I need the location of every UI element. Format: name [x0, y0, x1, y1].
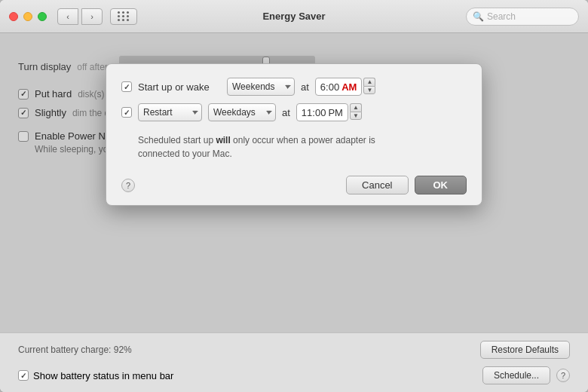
traffic-lights: [9, 12, 47, 21]
schedule-row-1: Start up or wake Weekends Every Day Week…: [121, 78, 467, 96]
show-battery-row: Show battery status in menu bar Schedule…: [18, 366, 570, 384]
help-icon[interactable]: ?: [556, 369, 570, 382]
startup-time-down[interactable]: ▼: [363, 86, 375, 94]
schedule-button[interactable]: Schedule...: [482, 366, 550, 384]
startup-time-box[interactable]: 6:00 AM: [315, 78, 363, 96]
startup-time-group: 6:00 AM ▲ ▼: [315, 78, 376, 96]
show-battery-left: Show battery status in menu bar: [18, 370, 173, 381]
restart-day-select-wrap: Weekdays Every Day Weekends Monday Tuesd…: [208, 103, 276, 121]
restart-ampm: PM: [328, 107, 343, 118]
forward-icon: ›: [90, 12, 93, 21]
bottom-bar: Current battery charge: 92% Restore Defa…: [0, 332, 588, 392]
nav-buttons: ‹ ›: [57, 8, 103, 25]
restart-at-label: at: [282, 107, 290, 118]
restart-checkbox[interactable]: [121, 107, 132, 118]
schedule-row-2: Restart Sleep Shut Down Wake ▼ Weekdays …: [121, 103, 467, 121]
forward-button[interactable]: ›: [81, 8, 103, 25]
close-button[interactable]: [9, 12, 18, 21]
restart-time-up[interactable]: ▲: [350, 103, 362, 112]
modal-footer: ? Cancel OK: [121, 170, 467, 194]
restart-time-group: 11:00 PM ▲ ▼: [296, 103, 362, 121]
restart-day-select[interactable]: Weekdays Every Day Weekends Monday Tuesd…: [208, 103, 276, 121]
apps-grid-icon: [118, 11, 130, 21]
back-button[interactable]: ‹: [57, 8, 78, 25]
startup-day-select[interactable]: Weekends Every Day Weekdays Monday Tuesd…: [227, 78, 295, 96]
content-area: Turn display off after: 1 min 3 hrs Neve…: [0, 33, 588, 332]
startup-label: Start up or wake: [138, 81, 221, 93]
modal-actions: Cancel OK: [346, 176, 467, 194]
cancel-button[interactable]: Cancel: [346, 176, 408, 194]
restart-time-value: 11:00: [302, 107, 326, 118]
startup-time-up[interactable]: ▲: [363, 78, 375, 86]
titlebar: ‹ › Energy Saver 🔍 Search: [0, 0, 588, 33]
show-battery-label: Show battery status in menu bar: [33, 370, 173, 381]
window-title: Energy Saver: [262, 11, 325, 22]
startup-at-label: at: [301, 81, 309, 93]
schedule-area: Schedule... ?: [482, 366, 570, 384]
restart-time-down[interactable]: ▼: [350, 112, 362, 120]
startup-checkbox[interactable]: [121, 81, 132, 92]
battery-charge-text: Current battery charge: 92%: [18, 345, 132, 355]
modal-overlay: Start up or wake Weekends Every Day Week…: [0, 33, 588, 332]
startup-time-stepper: ▲ ▼: [363, 78, 375, 96]
restart-time-stepper: ▲ ▼: [350, 103, 362, 121]
window: ‹ › Energy Saver 🔍 Search Turn display o…: [0, 0, 588, 392]
search-placeholder: Search: [487, 11, 516, 22]
maximize-button[interactable]: [38, 12, 47, 21]
show-battery-checkbox[interactable]: [18, 370, 29, 381]
modal-help-icon[interactable]: ?: [121, 179, 135, 192]
apps-button[interactable]: [110, 8, 137, 25]
startup-ampm: AM: [341, 81, 357, 93]
startup-time-value: 6:00: [320, 81, 339, 93]
action-select-wrap: Restart Sleep Shut Down Wake ▼: [138, 103, 202, 121]
ok-button[interactable]: OK: [415, 176, 467, 194]
startup-day-select-wrap: Weekends Every Day Weekdays Monday Tuesd…: [227, 78, 295, 96]
action-select[interactable]: Restart Sleep Shut Down Wake: [138, 103, 202, 121]
restart-time-box[interactable]: 11:00 PM: [296, 103, 348, 121]
search-box[interactable]: 🔍 Search: [466, 8, 579, 26]
schedule-modal: Start up or wake Weekends Every Day Week…: [106, 63, 482, 206]
battery-row: Current battery charge: 92% Restore Defa…: [18, 341, 570, 359]
search-icon: 🔍: [473, 11, 484, 22]
back-icon: ‹: [66, 12, 69, 21]
modal-note: Scheduled start up will only occur when …: [121, 129, 408, 165]
minimize-button[interactable]: [23, 12, 32, 21]
restore-defaults-button[interactable]: Restore Defaults: [480, 341, 570, 359]
